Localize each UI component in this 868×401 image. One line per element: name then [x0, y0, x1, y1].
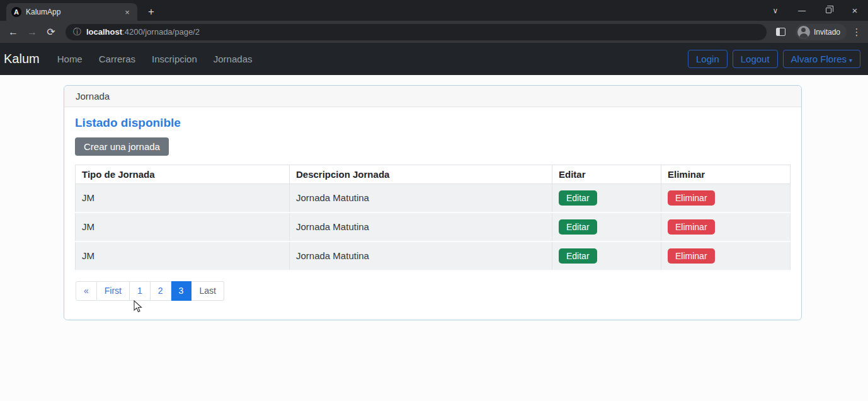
tab-title: KalumApp: [26, 8, 118, 16]
favicon-icon: A: [11, 7, 21, 17]
pagination-last[interactable]: Last: [191, 281, 224, 301]
minimize-icon[interactable]: —: [789, 0, 815, 21]
edit-button[interactable]: Editar: [559, 248, 597, 264]
card-header: Jornada: [64, 86, 801, 107]
pagination-page-2[interactable]: 2: [151, 281, 171, 301]
forward-icon[interactable]: →: [24, 24, 40, 40]
page-content: Jornada Listado disponible Crear una jor…: [0, 75, 868, 401]
table-row: JM Jornada Matutina Editar Eliminar: [76, 184, 791, 213]
cell-descripcion: Jornada Matutina: [290, 241, 552, 270]
column-header-descripcion: Descripcion Jornada: [290, 165, 552, 184]
cell-descripcion: Jornada Matutina: [290, 184, 552, 213]
login-button[interactable]: Login: [688, 50, 728, 68]
side-panel-icon[interactable]: [773, 24, 789, 40]
browser-profile-chip[interactable]: Invitado: [796, 24, 847, 40]
column-header-tipo: Tipo de Jornada: [76, 165, 290, 184]
nav-link-jornadas[interactable]: Jornadas: [214, 54, 253, 64]
column-header-eliminar: Eliminar: [661, 165, 791, 184]
create-jornada-button[interactable]: Crear una jornada: [75, 137, 169, 156]
pagination: « First 1 2 3 Last: [76, 281, 224, 301]
pagination-page-1[interactable]: 1: [130, 281, 151, 301]
pagination-page-3-active[interactable]: 3: [171, 281, 192, 301]
profile-label: Invitado: [814, 28, 840, 37]
app-navbar: Kalum Home Carreras Inscripcion Jornadas…: [0, 43, 868, 75]
restore-glyph: [826, 8, 831, 13]
close-icon[interactable]: ×: [842, 0, 868, 21]
address-bar[interactable]: ⓘ localhost:4200/jornada/page/2: [66, 24, 767, 40]
card-body: Listado disponible Crear una jornada Tip…: [64, 107, 801, 320]
user-dropdown-button[interactable]: Alvaro Flores▾: [783, 50, 860, 68]
tab-search-icon[interactable]: ∨: [762, 0, 789, 21]
browser-tab[interactable]: A KalumApp ×: [6, 3, 137, 21]
tab-close-icon[interactable]: ×: [122, 7, 132, 17]
jornadas-table: Tipo de Jornada Descripcion Jornada Edit…: [75, 165, 791, 271]
table-header-row: Tipo de Jornada Descripcion Jornada Edit…: [76, 165, 791, 184]
reload-icon[interactable]: ⟳: [43, 24, 59, 40]
brand-logo[interactable]: Kalum: [4, 52, 40, 66]
browser-titlebar: A KalumApp × + ∨ — ×: [0, 0, 868, 21]
delete-button[interactable]: Eliminar: [668, 190, 715, 206]
nav-link-carreras[interactable]: Carreras: [99, 54, 135, 64]
table-row: JM Jornada Matutina Editar Eliminar: [76, 212, 791, 241]
page-title: Listado disponible: [75, 116, 791, 130]
cell-tipo: JM: [76, 212, 290, 241]
edit-button[interactable]: Editar: [559, 190, 597, 206]
nav-links: Home Carreras Inscripcion Jornadas: [57, 54, 688, 64]
pagination-first[interactable]: First: [97, 281, 130, 301]
edit-button[interactable]: Editar: [559, 219, 597, 235]
url-host: localhost: [86, 27, 122, 37]
logout-button[interactable]: Logout: [733, 50, 778, 68]
profile-avatar-icon: [797, 26, 810, 38]
site-info-icon[interactable]: ⓘ: [73, 26, 81, 38]
delete-button[interactable]: Eliminar: [668, 219, 715, 235]
cell-tipo: JM: [76, 241, 290, 270]
cell-descripcion: Jornada Matutina: [290, 212, 552, 241]
nav-actions: Login Logout Alvaro Flores▾: [688, 50, 860, 68]
mouse-cursor: [134, 300, 143, 313]
back-icon[interactable]: ←: [5, 24, 21, 40]
window-controls: ∨ — ×: [762, 0, 868, 21]
column-header-editar: Editar: [552, 165, 661, 184]
restore-icon[interactable]: [815, 0, 842, 21]
cell-tipo: JM: [76, 184, 290, 213]
jornada-card: Jornada Listado disponible Crear una jor…: [64, 85, 802, 320]
chevron-down-icon: ▾: [849, 57, 852, 64]
table-row: JM Jornada Matutina Editar Eliminar: [76, 241, 791, 270]
url-path: :4200/jornada/page/2: [122, 27, 200, 37]
new-tab-button[interactable]: +: [144, 4, 159, 20]
browser-menu-icon[interactable]: ⋮: [850, 26, 863, 38]
browser-toolbar: ← → ⟳ ⓘ localhost:4200/jornada/page/2 In…: [0, 21, 868, 43]
pagination-prev[interactable]: «: [76, 281, 97, 301]
user-dropdown-label: Alvaro Flores: [791, 54, 847, 64]
nav-link-inscripcion[interactable]: Inscripcion: [152, 54, 197, 64]
delete-button[interactable]: Eliminar: [668, 248, 715, 264]
url-text: localhost:4200/jornada/page/2: [86, 27, 200, 37]
nav-link-home[interactable]: Home: [57, 54, 83, 64]
